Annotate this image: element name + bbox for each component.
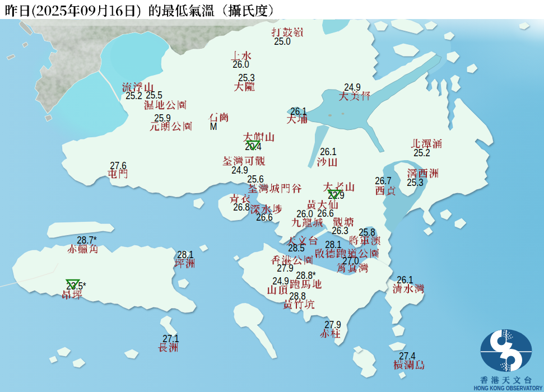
svg-text:27.0: 27.0	[342, 254, 359, 267]
svg-text:25.5: 25.5	[146, 88, 162, 101]
svg-text:27.4: 27.4	[399, 349, 416, 362]
svg-text:25.0: 25.0	[274, 35, 291, 47]
svg-text:28.1: 28.1	[177, 248, 194, 260]
svg-text:28.1: 28.1	[325, 238, 342, 250]
svg-text:26.8: 26.8	[233, 200, 250, 213]
svg-text:26.1: 26.1	[397, 273, 413, 286]
svg-text:23.5*: 23.5*	[66, 279, 86, 292]
svg-text:26.1: 26.1	[320, 145, 337, 157]
svg-text:26.1: 26.1	[290, 105, 307, 117]
svg-text:27.1: 27.1	[162, 332, 179, 344]
svg-text:28.8: 28.8	[289, 290, 306, 302]
svg-text:25.2: 25.2	[413, 146, 430, 158]
svg-text:28.5: 28.5	[288, 241, 305, 254]
svg-text:27.9: 27.9	[277, 262, 294, 274]
svg-text:26.3: 26.3	[332, 224, 348, 236]
svg-text:26.0: 26.0	[296, 207, 313, 220]
svg-text:25.8: 25.8	[359, 226, 375, 238]
svg-text:27.6: 27.6	[110, 159, 127, 171]
svg-text:25.3: 25.3	[407, 176, 424, 188]
svg-text:M: M	[210, 120, 217, 132]
svg-text:27.9: 27.9	[324, 318, 341, 330]
svg-text:26.6: 26.6	[317, 207, 334, 219]
svg-text:24.9: 24.9	[231, 164, 248, 176]
svg-text:25.2: 25.2	[125, 89, 142, 101]
svg-text:28.7*: 28.7*	[77, 234, 97, 246]
svg-text:26.6: 26.6	[256, 211, 273, 223]
svg-text:28.8*: 28.8*	[296, 269, 316, 281]
svg-text:25.3: 25.3	[238, 71, 255, 83]
svg-text:24.9: 24.9	[272, 274, 289, 287]
svg-text:HONG KONG OBSERVATORY: HONG KONG OBSERVATORY	[474, 385, 543, 391]
svg-text:25.9: 25.9	[154, 111, 171, 124]
svg-text:26.7: 26.7	[375, 174, 392, 186]
svg-text:26.0: 26.0	[233, 58, 249, 70]
svg-text:25.6: 25.6	[247, 172, 264, 185]
svg-text:24.9: 24.9	[344, 81, 361, 93]
